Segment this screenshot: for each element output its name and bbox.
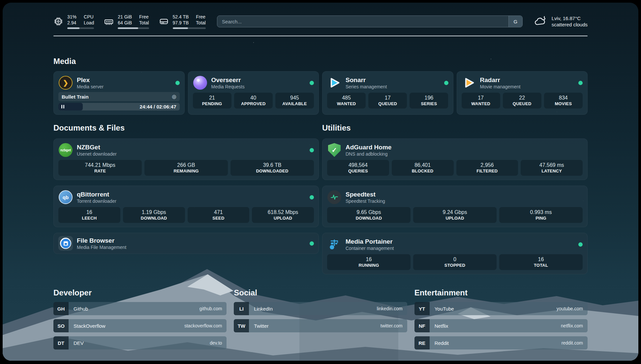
stat-value: 0.993 ms: [530, 209, 552, 216]
stat-label: QUEUED: [513, 101, 532, 106]
filebrowser-card[interactable]: File Browser Media File Management: [53, 233, 319, 254]
stat-label: REMAINING: [173, 168, 198, 174]
status-online-dot: [444, 81, 448, 85]
disk-free-label: Free: [196, 14, 206, 20]
filebrowser-icon: [58, 236, 73, 251]
stat-box: 618.52 Mbps UPLOAD: [252, 207, 314, 223]
stat-label: UPLOAD: [274, 216, 292, 221]
playback-progress-bar[interactable]: 24:44 / 02:06:47: [58, 103, 180, 110]
stat-box: 0.993 ms PING: [499, 207, 583, 223]
stat-box: 0 STOPPED: [413, 254, 497, 270]
nzbget-card[interactable]: nzbget NZBGet Usenet downloader 744.21 M…: [53, 138, 319, 180]
stat-box: 39.6 TB DOWNLOADED: [230, 160, 314, 176]
social-section: Social LI LinkedIn linkedin.com TW Twitt…: [234, 288, 407, 349]
service-name: Overseerr: [211, 76, 245, 84]
qbittorrent-card[interactable]: qb qBittorrent Torrent downloader 16: [53, 186, 319, 227]
plex-icon: ❯: [58, 76, 73, 90]
service-name: Sonarr: [346, 76, 387, 84]
weather-condition: scattered clouds: [552, 21, 588, 28]
entertainment-heading: Entertainment: [414, 288, 588, 297]
developer-heading: Developer: [53, 288, 227, 297]
developer-section: Developer GH Github github.com SO StackO…: [53, 288, 227, 349]
system-stats: 31% 2.94 CPU Load: [53, 14, 206, 29]
bookmark-abbr: RE: [414, 336, 430, 349]
stat-box: 86,401 BLOCKED: [392, 160, 454, 176]
stat-label: TOTAL: [534, 263, 548, 268]
service-name: AdGuard Home: [346, 143, 391, 151]
stat-label: SERIES: [421, 101, 437, 106]
stat-value: 16: [538, 256, 544, 263]
bookmark-url: netflix.com: [561, 323, 583, 328]
overseerr-card[interactable]: Overseerr Media Requests 21 PENDING 40 A…: [188, 71, 319, 115]
top-bar: 31% 2.94 CPU Load: [53, 3, 588, 29]
stat-box: 498,564 QUERIES: [327, 160, 389, 176]
media-heading: Media: [53, 57, 588, 66]
stat-value: 9.24 Gbps: [443, 209, 467, 216]
bookmark-github[interactable]: GH Github github.com: [53, 302, 227, 315]
status-online-dot: [175, 81, 180, 85]
bookmark-abbr: DT: [53, 336, 69, 349]
bookmark-abbr: NF: [414, 319, 430, 332]
stat-label: DOWNLOAD: [356, 216, 382, 221]
stat-value: 47.569 ms: [539, 162, 564, 168]
stat-value: 17: [385, 95, 391, 101]
stat-value: 17: [478, 95, 484, 101]
bookmark-netflix[interactable]: NF Netflix netflix.com: [414, 319, 588, 332]
service-name: Media Portainer: [346, 238, 394, 245]
service-desc: Movie management: [480, 84, 521, 90]
search-bar[interactable]: G: [217, 15, 523, 27]
stat-label: QUEUED: [378, 101, 397, 106]
stat-label: WANTED: [471, 101, 490, 106]
search-input[interactable]: [217, 16, 508, 27]
stat-box: 945 AVAILABLE: [275, 93, 314, 108]
stat-label: LATENCY: [541, 168, 562, 174]
stat-value: 196: [425, 95, 434, 101]
search-engine-button[interactable]: G: [508, 16, 522, 27]
portainer-card[interactable]: Media Portainer Container management 16 …: [322, 233, 588, 274]
overseerr-icon: [193, 76, 207, 90]
stat-box: 47.569 ms LATENCY: [521, 160, 583, 176]
service-desc: Media File Management: [77, 244, 126, 250]
snow-flakes: [3, 3, 3, 3]
stat-value: 1.19 Gbps: [142, 209, 166, 216]
sonarr-icon: [327, 76, 342, 90]
service-name: NZBGet: [77, 143, 117, 151]
social-heading: Social: [234, 288, 407, 297]
now-playing-row[interactable]: Bullet Train ◎: [58, 92, 180, 101]
stat-label: RATE: [94, 168, 106, 174]
bookmark-linkedin[interactable]: LI LinkedIn linkedin.com: [234, 302, 407, 315]
radarr-icon: [462, 76, 476, 90]
bookmark-youtube[interactable]: YT YouTube youtube.com: [414, 302, 588, 315]
stat-value: 22: [519, 95, 525, 101]
session-icon: ◎: [172, 94, 176, 100]
bookmark-stackoverflow[interactable]: SO StackOverflow stackoverflow.com: [53, 319, 227, 332]
bookmark-name: YouTube: [435, 306, 454, 312]
stat-label: UPLOAD: [445, 216, 464, 221]
bookmark-dev[interactable]: DT DEV dev.to: [53, 336, 227, 349]
stat-value: 2,956: [480, 162, 494, 168]
sonarr-card[interactable]: Sonarr Series management 485 WANTED 17 Q…: [322, 71, 453, 115]
qbittorrent-icon: qb: [58, 190, 73, 204]
service-desc: Speedtest Tracking: [346, 198, 385, 204]
radarr-card[interactable]: Radarr Movie management 17 WANTED 22 QUE…: [457, 71, 588, 115]
speedtest-card[interactable]: Speedtest Speedtest Tracking 9.65 Gbps D…: [322, 186, 588, 227]
memory-free-label: Free: [139, 14, 149, 20]
bookmark-abbr: LI: [234, 302, 249, 315]
cpu-label: CPU: [84, 14, 94, 20]
stat-label: LEECH: [82, 216, 97, 221]
memory-icon: [104, 16, 114, 26]
stat-value: 266 GB: [177, 162, 195, 168]
stat-box: 9.65 Gbps DOWNLOAD: [327, 207, 411, 223]
adguard-card[interactable]: ✓ AdGuard Home DNS and adblocking 498,56…: [322, 138, 588, 180]
bookmark-twitter[interactable]: TW Twitter twitter.com: [234, 319, 407, 332]
service-name: File Browser: [77, 237, 126, 244]
cpu-percent: 31%: [67, 14, 76, 20]
bookmark-reddit[interactable]: RE Reddit reddit.com: [414, 336, 588, 349]
stat-label: WANTED: [337, 101, 356, 106]
bookmark-name: StackOverflow: [74, 323, 106, 329]
stat-label: AVAILABLE: [282, 101, 307, 106]
status-online-dot: [310, 241, 314, 246]
stat-box: 17 QUEUED: [368, 93, 407, 108]
media-section: Media ❯ Plex Media server Bullet Train ◎: [53, 57, 588, 115]
plex-card[interactable]: ❯ Plex Media server Bullet Train ◎: [53, 71, 185, 115]
